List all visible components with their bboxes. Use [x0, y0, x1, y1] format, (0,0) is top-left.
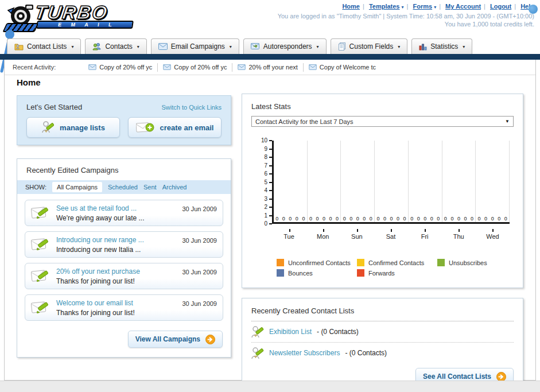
bar-value-label: 0: [376, 216, 379, 222]
app-window: TURBO E M A I L Home| Templates ▾| Forms…: [0, 0, 540, 392]
contact-list-detail: - (0 Contacts): [345, 349, 387, 357]
y-axis-tick-label: 2: [252, 204, 267, 210]
legend-swatch: [277, 269, 284, 277]
filter-all-campaigns[interactable]: All Campaigns: [52, 182, 102, 192]
tab-email-campaigns[interactable]: Email Campaigns▾: [151, 38, 239, 54]
right-column: Latest Stats Contact Activity for the La…: [242, 94, 523, 392]
person-pencil-icon: [251, 346, 264, 360]
legend-item: Unconfirmed Contacts: [277, 259, 357, 266]
bar-value-label: 0: [430, 216, 433, 222]
recent-activity-item[interactable]: Copy of 20% off yc: [83, 63, 157, 72]
campaign-title-link[interactable]: 20% off your next purchase: [56, 267, 140, 275]
campaign-title-link[interactable]: See us at the retail food ...: [56, 204, 137, 212]
x-axis-tick: [323, 229, 324, 232]
recent-activity-bar: Recent Activity: Copy of 20% off yc Copy…: [5, 60, 535, 75]
page-footer: [0, 381, 540, 392]
nav-link-templates[interactable]: Templates: [369, 3, 400, 10]
bar-value-label: 0: [471, 216, 473, 222]
bar-value-label: 0: [349, 216, 352, 222]
nav-link-forms[interactable]: Forms: [413, 3, 432, 10]
tab-autoresponders[interactable]: Autoresponders▾: [243, 38, 327, 54]
recent-activity-item[interactable]: 20% off your next: [232, 63, 302, 72]
get-started-title: Let's Get Started: [26, 103, 82, 111]
filter-scheduled[interactable]: Scheduled: [108, 184, 138, 191]
chart-plot-area: 00000000000000000000000000000000000: [272, 141, 510, 224]
recent-activity-label: Recent Activity:: [13, 64, 56, 71]
legend-label: Confirmed Contacts: [368, 259, 424, 266]
contact-list-link[interactable]: Newsletter Subscribers: [269, 349, 340, 357]
recent-activity-item[interactable]: Copy of Welcome tc: [303, 63, 381, 72]
envelope-pencil-icon: [31, 205, 50, 220]
dropdown-caret-icon: ▼: [505, 119, 510, 124]
chevron-down-icon: ▾: [463, 44, 465, 49]
bar-value-label: 0: [491, 216, 494, 222]
bar-value-label: 0: [309, 216, 312, 222]
switch-quick-links-link[interactable]: Switch to Quick Links: [161, 104, 222, 111]
envelope-icon: [309, 64, 317, 70]
create-email-button[interactable]: create an email: [128, 117, 222, 138]
bar-value-label: 0: [498, 216, 500, 222]
legend-swatch: [277, 259, 284, 266]
campaign-date: 30 Jun 2009: [182, 269, 217, 275]
bar-value-label: 0: [478, 216, 481, 222]
zero-value-labels: 00000: [442, 216, 476, 222]
nav-link-my-account[interactable]: My Account: [445, 3, 481, 10]
chart-day-group: 00000: [308, 141, 341, 222]
arrow-circle-icon: [205, 335, 215, 344]
campaign-row: See us at the retail food ... We're givi…: [25, 200, 223, 226]
tab-contact-lists[interactable]: Contact Lists▾: [7, 38, 81, 54]
zero-value-labels: 00000: [308, 216, 341, 222]
contact-activity-chart: 1098765432100000000000000000000000000000…: [251, 136, 515, 255]
navy-divider-bar: [0, 54, 540, 60]
manage-lists-button[interactable]: manage lists: [26, 117, 120, 138]
envelope-icon: [158, 43, 168, 50]
campaign-date: 30 Jun 2009: [182, 237, 217, 244]
campaign-title-link[interactable]: Introducing our new range ...: [56, 236, 144, 244]
nav-link-home[interactable]: Home: [342, 3, 360, 10]
bar-value-label: 0: [336, 216, 339, 222]
person-pencil-icon: [251, 325, 264, 339]
bar-value-label: 0: [289, 216, 292, 222]
stats-period-dropdown[interactable]: Contact Activity for the Last 7 Days ▼: [251, 116, 514, 127]
turbo-email-logo: TURBO E M A I L: [5, 2, 142, 34]
bar-value-label: 0: [403, 216, 406, 222]
login-info: You are logged in as "Timothy Smith" | S…: [278, 12, 534, 28]
tab-statistics[interactable]: Statistics▾: [411, 38, 472, 54]
bar-value-label: 0: [417, 216, 420, 222]
person-pencil-icon: [41, 121, 54, 134]
logo-text-turbo: TURBO: [34, 3, 136, 22]
envelope-icon: [163, 64, 171, 70]
nav-link-logout[interactable]: Logout: [490, 3, 511, 10]
bar-value-label: 0: [390, 216, 393, 222]
contact-list-link[interactable]: Exhibition List: [269, 328, 312, 336]
show-label: SHOW:: [25, 184, 46, 191]
contacts-people-icon: [92, 42, 102, 51]
envelope-icon: [88, 64, 96, 70]
bar-value-label: 0: [323, 216, 325, 222]
bar-value-label: 0: [444, 216, 447, 222]
campaign-title-link[interactable]: Welcome to our email list: [56, 299, 133, 307]
logo-text-email: E M A I L: [54, 22, 116, 28]
contact-list-row: Newsletter Subscribers - (0 Contacts): [251, 343, 514, 363]
recent-contact-lists-panel: Recently Created Contact Lists Exhibitio…: [242, 298, 523, 392]
y-axis-tick-label: 0: [252, 220, 267, 227]
x-axis-tick: [391, 229, 392, 232]
bar-value-label: 0: [504, 216, 507, 222]
filter-sent[interactable]: Sent: [143, 184, 157, 191]
tab-contacts[interactable]: Contacts▾: [85, 38, 146, 54]
campaign-subtitle: We're giving away our late ...: [56, 214, 144, 222]
chevron-down-icon: ▾: [402, 5, 404, 10]
view-all-campaigns-button[interactable]: View All Campaigns: [128, 331, 223, 348]
legend-swatch: [357, 259, 364, 266]
chevron-down-icon: ▾: [434, 5, 436, 10]
envelope-arrow-icon: [251, 43, 260, 51]
filter-archived[interactable]: Archived: [162, 184, 187, 191]
campaign-subtitle: Introducing our new Italia ...: [56, 246, 141, 254]
y-axis-tick-label: 5: [252, 179, 267, 185]
y-axis-tick-label: 6: [252, 170, 267, 177]
tab-custom-fields[interactable]: Custom Fields▾: [331, 38, 408, 54]
envelope-plus-icon: [136, 121, 154, 134]
recent-activity-item[interactable]: Copy of 20% off yc: [157, 63, 232, 72]
x-axis-tick: [357, 229, 358, 232]
y-axis-tick-label: 1: [252, 212, 267, 219]
